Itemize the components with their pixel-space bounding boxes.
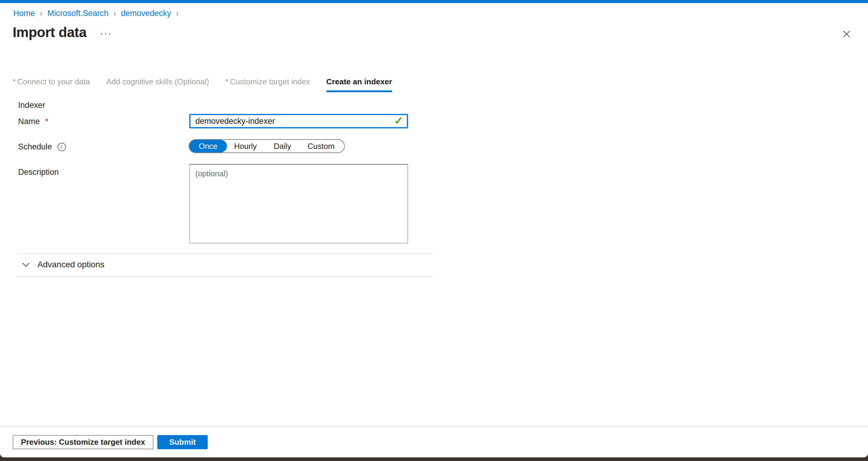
divider (17, 276, 433, 277)
schedule-option-once[interactable]: Once (189, 140, 227, 152)
tab-add-cognitive-skills[interactable]: Add cognitive skills (Optional) (106, 77, 209, 90)
schedule-option-daily[interactable]: Daily (264, 142, 301, 151)
description-label: Description (18, 167, 59, 177)
schedule-option-custom[interactable]: Custom (301, 142, 341, 151)
schedule-option-hourly[interactable]: Hourly (227, 142, 264, 151)
schedule-toggle-group: Once Hourly Daily Custom (189, 139, 345, 153)
name-label-text: Name (18, 117, 40, 126)
chevron-down-icon (22, 262, 30, 267)
advanced-options-toggle[interactable]: Advanced options (22, 260, 104, 269)
breadcrumb-demovedecky[interactable]: demovedecky (121, 9, 171, 18)
description-textarea[interactable] (189, 164, 408, 243)
page-header: Import data ··· (13, 24, 112, 40)
import-data-panel: Home › Microsoft.Search › demovedecky › … (0, 0, 868, 457)
close-x-glyph (842, 30, 851, 38)
breadcrumb-separator: › (114, 8, 116, 18)
indexer-section-label: Indexer (18, 101, 45, 110)
required-asterisk: * (45, 117, 49, 126)
tab-label: Customize target index (230, 77, 310, 86)
name-input[interactable] (189, 114, 408, 128)
info-icon[interactable]: i (58, 143, 66, 151)
advanced-options-label: Advanced options (37, 260, 104, 269)
divider (17, 253, 433, 254)
previous-step-button[interactable]: Previous: Customize target index (13, 435, 153, 449)
close-icon[interactable] (841, 29, 852, 39)
description-label-text: Description (18, 167, 59, 177)
more-options-icon[interactable]: ··· (100, 28, 112, 38)
page-title: Import data (13, 24, 87, 40)
breadcrumb-separator: › (40, 8, 42, 18)
breadcrumb: Home › Microsoft.Search › demovedecky › (13, 8, 179, 18)
breadcrumb-home[interactable]: Home (13, 9, 35, 18)
footer-divider (0, 426, 868, 427)
tab-required-marker: * (13, 77, 16, 86)
name-label: Name* (18, 117, 49, 126)
name-input-wrap: ✓ (189, 114, 408, 128)
breadcrumb-microsoft-search[interactable]: Microsoft.Search (47, 9, 108, 18)
submit-button[interactable]: Submit (157, 435, 208, 449)
portal-top-accent-bar (0, 0, 868, 3)
tab-label: Create an indexer (327, 77, 392, 86)
tab-customize-target-index[interactable]: *Customize target index (225, 77, 310, 90)
wizard-tabs: *Connect to your data Add cognitive skil… (13, 77, 392, 92)
tab-create-an-indexer[interactable]: Create an indexer (327, 77, 392, 92)
breadcrumb-separator: › (176, 8, 179, 18)
tab-label: Add cognitive skills (Optional) (106, 77, 209, 86)
valid-check-icon: ✓ (394, 115, 403, 127)
tab-required-marker: * (225, 77, 228, 86)
schedule-label: Schedule i (18, 142, 66, 152)
schedule-label-text: Schedule (18, 142, 52, 152)
tab-connect-to-your-data[interactable]: *Connect to your data (13, 77, 90, 90)
tab-label: Connect to your data (17, 77, 90, 86)
